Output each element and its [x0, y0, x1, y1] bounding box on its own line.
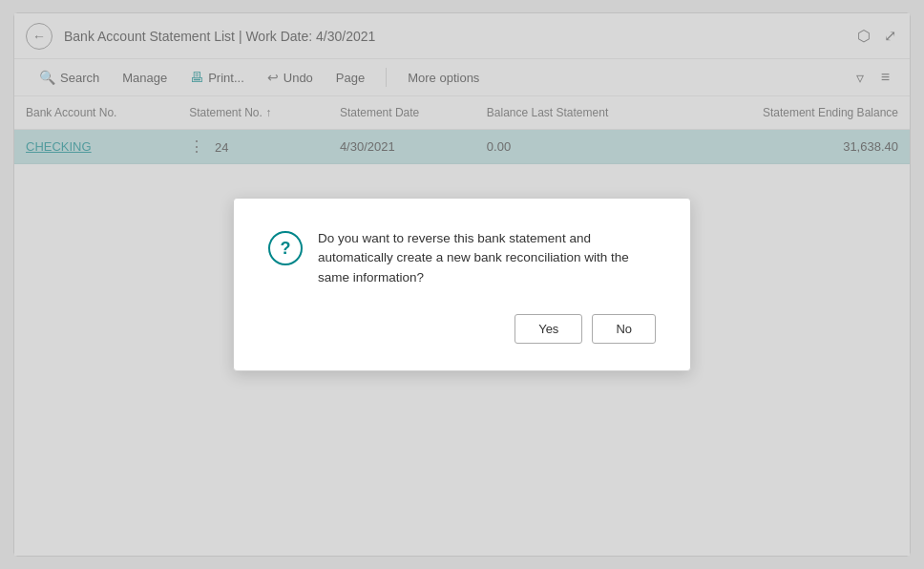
dialog-message: Do you want to reverse this bank stateme… [318, 229, 656, 287]
no-button[interactable]: No [592, 314, 656, 344]
dialog-actions: Yes No [268, 314, 656, 344]
question-icon: ? [268, 231, 303, 265]
dialog-body: ? Do you want to reverse this bank state… [268, 229, 656, 287]
main-window: ← Bank Account Statement List | Work Dat… [13, 12, 911, 557]
yes-button[interactable]: Yes [514, 314, 582, 344]
confirm-dialog: ? Do you want to reverse this bank state… [233, 198, 691, 371]
modal-overlay: ? Do you want to reverse this bank state… [14, 13, 910, 556]
